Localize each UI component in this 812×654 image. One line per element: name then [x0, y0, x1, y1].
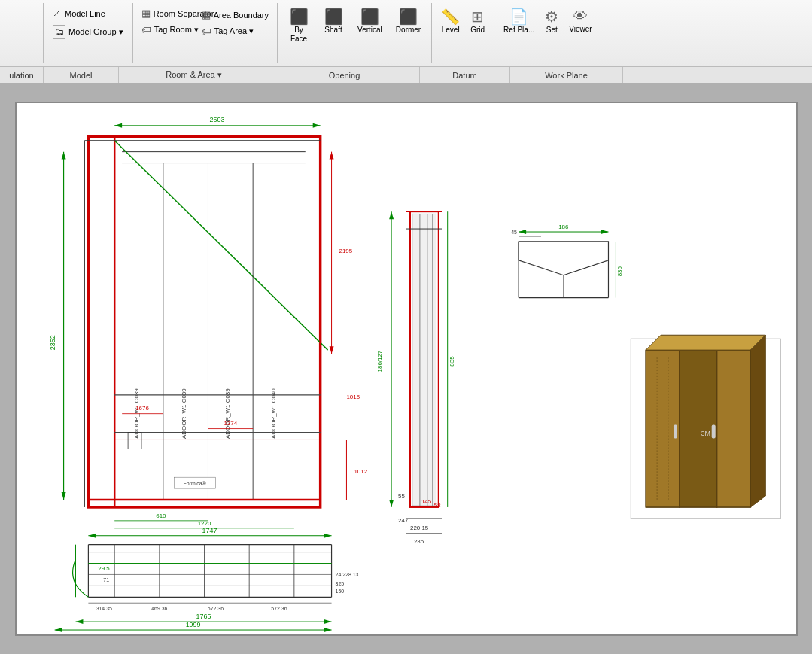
dormer-icon: ⬛: [399, 8, 418, 26]
svg-text:150: 150: [335, 589, 344, 594]
svg-text:29.5: 29.5: [98, 565, 110, 572]
svg-marker-84: [646, 335, 765, 350]
svg-text:3M: 3M: [701, 430, 710, 437]
model-group-button[interactable]: 🗂 Model Group ▾: [50, 23, 126, 41]
vertical-icon: ⬛: [360, 8, 379, 26]
main-content: 2352 2503 ADOOR_W1 C039 ADOOR_W1 C039 AD…: [0, 83, 812, 654]
ribbon-section-simulation: [0, 3, 44, 63]
ribbon-labels-row: ulation Model Room & Area ▾ Opening Datu…: [0, 66, 812, 83]
level-label: Level: [442, 26, 460, 34]
dormer-button[interactable]: ⬛ Dormer: [391, 6, 425, 35]
svg-text:2352: 2352: [48, 335, 56, 350]
svg-text:1747: 1747: [202, 526, 217, 534]
section-label-workplane: Work Plane: [510, 67, 623, 83]
drawing-canvas[interactable]: 2352 2503 ADOOR_W1 C039 ADOOR_W1 C039 AD…: [15, 102, 798, 636]
ribbon-top: ⟋ Model Line 🗂 Model Group ▾ ▦ Room Sepa…: [0, 0, 812, 66]
model-group-label: Model Group ▾: [68, 27, 123, 37]
svg-text:572  36: 572 36: [207, 606, 223, 611]
ribbon-section-model: ⟋ Model Line 🗂 Model Group ▾: [44, 3, 133, 63]
ribbon-section-room-area: ▦ Room Separator 🏷 Tag Room ▾ ▦ Area Bou…: [133, 3, 278, 63]
by-face-button[interactable]: ⬛ ByFace: [284, 6, 314, 45]
ribbon-section-datum: 📏 Level ⊞ Grid: [432, 3, 494, 63]
area-boundary-button[interactable]: ▦ Area Boundary: [199, 8, 271, 22]
tag-area-button[interactable]: 🏷 Tag Area ▾: [199, 24, 271, 38]
tag-area-label: Tag Area ▾: [214, 26, 254, 36]
area-boundary-label: Area Boundary: [214, 11, 269, 20]
svg-text:835: 835: [616, 266, 623, 276]
svg-text:247: 247: [398, 516, 409, 523]
svg-text:1765: 1765: [196, 613, 211, 620]
tag-room-icon: 🏷: [141, 24, 151, 35]
section-label-room-area[interactable]: Room & Area ▾: [119, 67, 269, 83]
svg-text:2503: 2503: [209, 115, 224, 123]
level-icon: 📏: [441, 8, 460, 26]
svg-marker-85: [750, 335, 765, 507]
shaft-button[interactable]: ⬛ Shaft: [318, 6, 348, 35]
technical-drawing-svg: 2352 2503 ADOOR_W1 C039 ADOOR_W1 C039 AD…: [17, 103, 796, 634]
dormer-label: Dormer: [396, 26, 421, 34]
vertical-button[interactable]: ⬛ Vertical: [353, 6, 387, 35]
svg-text:1015: 1015: [346, 393, 360, 400]
svg-text:325: 325: [335, 581, 344, 586]
svg-text:235: 235: [413, 537, 424, 544]
ribbon-toolbar: ⟋ Model Line 🗂 Model Group ▾ ▦ Room Sepa…: [0, 0, 812, 83]
svg-text:186/127: 186/127: [376, 350, 383, 372]
section-label-simulation: ulation: [0, 67, 44, 83]
ref-plane-button[interactable]: 📄 Ref Pla...: [500, 6, 537, 35]
svg-text:1012: 1012: [354, 468, 367, 475]
by-face-icon: ⬛: [290, 8, 309, 26]
svg-text:572   36: 572 36: [271, 606, 287, 611]
svg-text:24 228 13: 24 228 13: [335, 572, 358, 577]
svg-marker-82: [679, 350, 716, 507]
svg-text:186: 186: [558, 224, 569, 230]
set-button[interactable]: ⚙ Set: [542, 6, 561, 35]
svg-text:ADOOR_W1 C039: ADOOR_W1 C039: [224, 388, 231, 438]
viewer-icon: 👁: [573, 8, 588, 25]
model-line-button[interactable]: ⟋ Model Line: [50, 6, 126, 20]
set-icon: ⚙: [545, 8, 558, 26]
svg-text:1676: 1676: [135, 404, 149, 411]
svg-text:220  15: 220 15: [409, 524, 428, 531]
by-face-label: ByFace: [290, 26, 307, 44]
tag-area-icon: 🏷: [202, 26, 211, 37]
svg-text:314 35: 314 35: [96, 606, 111, 611]
svg-text:835: 835: [448, 355, 455, 366]
ribbon-section-opening: ⬛ ByFace ⬛ Shaft ⬛ Vertical ⬛ Dormer: [278, 3, 432, 63]
svg-text:1999: 1999: [185, 621, 200, 628]
svg-text:ADOOR_W1 C040: ADOOR_W1 C040: [269, 388, 276, 438]
section-label-datum: Datum: [420, 67, 510, 83]
svg-marker-83: [716, 350, 750, 507]
ref-plane-icon: 📄: [509, 8, 528, 26]
svg-text:469  36: 469 36: [151, 606, 167, 611]
svg-text:45: 45: [511, 230, 517, 235]
svg-text:1374: 1374: [224, 419, 237, 426]
svg-text:145: 145: [421, 497, 431, 504]
svg-text:610: 610: [156, 512, 166, 519]
svg-rect-87: [711, 424, 715, 438]
model-line-icon: ⟋: [52, 8, 62, 19]
shaft-icon: ⬛: [324, 8, 343, 26]
simulation-content: [3, 6, 40, 60]
ribbon-section-workplane: 📄 Ref Pla... ⚙ Set 👁 Viewer: [494, 3, 601, 63]
vertical-label: Vertical: [357, 26, 382, 34]
room-separator-icon: ▦: [141, 8, 151, 19]
grid-button[interactable]: ⊞ Grid: [467, 6, 488, 35]
grid-icon: ⊞: [471, 8, 484, 26]
ref-plane-label: Ref Pla...: [503, 26, 534, 34]
level-button[interactable]: 📏 Level: [438, 6, 463, 35]
area-boundary-icon: ▦: [202, 9, 211, 20]
shaft-label: Shaft: [324, 26, 342, 34]
model-line-label: Model Line: [65, 9, 105, 18]
svg-text:71: 71: [103, 577, 109, 583]
tag-room-label: Tag Room ▾: [154, 25, 199, 35]
section-label-opening: Opening: [269, 67, 420, 83]
viewer-label: Viewer: [569, 25, 592, 33]
viewer-button[interactable]: 👁 Viewer: [566, 6, 595, 35]
set-label: Set: [546, 26, 558, 34]
svg-text:ADOOR_W1 C039: ADOOR_W1 C039: [180, 388, 187, 438]
svg-text:58: 58: [433, 501, 440, 508]
svg-text:55: 55: [398, 493, 405, 500]
svg-rect-86: [673, 424, 677, 438]
svg-text:2195: 2195: [339, 247, 352, 254]
model-group-icon: 🗂: [53, 25, 65, 39]
